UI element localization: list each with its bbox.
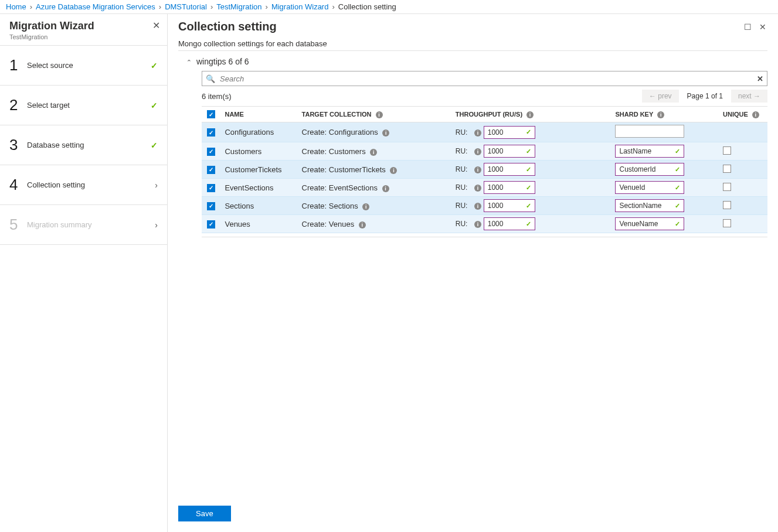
- check-icon: ✓: [151, 101, 158, 110]
- wizard-step-collection-setting[interactable]: 4 Collection setting ›: [0, 165, 167, 205]
- info-icon[interactable]: i: [359, 221, 366, 229]
- throughput-input[interactable]: 1000✓: [484, 217, 535, 230]
- page-title: Collection setting: [178, 20, 277, 33]
- breadcrumb-link[interactable]: Azure Database Migration Services: [36, 2, 155, 11]
- shard-key-input[interactable]: VenueName✓: [615, 217, 684, 230]
- search-icon: 🔍: [206, 74, 215, 83]
- breadcrumb-link[interactable]: Home: [6, 2, 26, 11]
- throughput-input[interactable]: 1000✓: [484, 126, 535, 139]
- info-icon[interactable]: i: [657, 111, 664, 118]
- target-collection: Create: Venues: [302, 220, 355, 229]
- target-collection: Create: Sections: [302, 202, 358, 210]
- throughput-input[interactable]: 1000✓: [484, 163, 535, 176]
- table-row: ✓ EventSections Create: EventSections i …: [202, 179, 767, 197]
- info-icon[interactable]: i: [474, 203, 481, 210]
- clear-search-icon[interactable]: ✕: [757, 74, 763, 83]
- select-all-checkbox[interactable]: ✓: [207, 110, 215, 118]
- breadcrumb-link[interactable]: DMSTutorial: [165, 2, 207, 11]
- table-row: ✓ Sections Create: Sections i RU: i 1000…: [202, 197, 767, 215]
- collection-name: CustomerTickets: [220, 161, 297, 179]
- search-input[interactable]: [219, 74, 753, 84]
- chevron-right-icon: ›: [332, 2, 334, 11]
- info-icon[interactable]: i: [474, 166, 481, 173]
- row-checkbox[interactable]: ✓: [207, 128, 215, 137]
- breadcrumb-link[interactable]: TestMigration: [216, 2, 261, 11]
- wizard-step-select-source[interactable]: 1 Select source ✓: [0, 46, 167, 86]
- throughput-input[interactable]: 1000✓: [484, 199, 535, 212]
- unique-checkbox[interactable]: [723, 183, 731, 191]
- chevron-right-icon: ›: [159, 2, 161, 11]
- sidebar-title: Migration Wizard: [9, 20, 158, 32]
- info-icon[interactable]: i: [390, 167, 397, 174]
- search-box[interactable]: 🔍 ✕: [202, 71, 767, 86]
- breadcrumb-link[interactable]: Migration Wizard: [271, 2, 329, 11]
- row-checkbox[interactable]: ✓: [207, 184, 215, 192]
- chevron-right-icon: ›: [155, 220, 158, 230]
- ru-label: RU:: [456, 128, 468, 137]
- table-row: ✓ Customers Create: Customers i RU: i 10…: [202, 142, 767, 161]
- shard-key-input[interactable]: CustomerId✓: [615, 163, 684, 176]
- collections-table: ✓ NAME TARGET COLLECTION i THROUGHPUT (R…: [202, 106, 767, 233]
- shard-key-input[interactable]: LastName✓: [615, 145, 684, 158]
- unique-checkbox[interactable]: [723, 146, 731, 155]
- step-number: 2: [9, 96, 27, 114]
- chevron-right-icon: ›: [266, 2, 268, 11]
- column-header-target[interactable]: TARGET COLLECTION: [302, 111, 372, 118]
- database-accordion-header[interactable]: ⌄ wingtips 6 of 6: [178, 54, 767, 71]
- row-checkbox[interactable]: ✓: [207, 166, 215, 174]
- info-icon[interactable]: i: [376, 111, 383, 118]
- unique-checkbox[interactable]: [723, 219, 731, 227]
- row-checkbox[interactable]: ✓: [207, 148, 215, 156]
- info-icon[interactable]: i: [752, 111, 759, 118]
- row-checkbox[interactable]: ✓: [207, 202, 215, 210]
- info-icon[interactable]: i: [474, 185, 481, 192]
- chevron-right-icon: ›: [155, 180, 158, 190]
- ru-label: RU:: [456, 220, 468, 228]
- page-subtitle: Mongo collection settings for each datab…: [178, 39, 767, 51]
- step-label: Migration summary: [27, 220, 158, 229]
- step-label: Select source: [27, 61, 158, 70]
- wizard-step-database-setting[interactable]: 3 Database setting ✓: [0, 125, 167, 165]
- column-header-throughput[interactable]: THROUGHPUT (RU/S): [456, 111, 522, 118]
- column-header-name[interactable]: NAME: [220, 107, 297, 122]
- close-icon[interactable]: ✕: [758, 22, 767, 32]
- info-icon[interactable]: i: [370, 149, 377, 156]
- info-icon[interactable]: i: [382, 129, 389, 137]
- table-row: ✓ Venues Create: Venues i RU: i 1000✓ Ve…: [202, 215, 767, 233]
- prev-button[interactable]: ← prev: [642, 90, 679, 103]
- collection-name: EventSections: [220, 179, 297, 197]
- breadcrumb: Home› Azure Database Migration Services›…: [0, 0, 778, 14]
- breadcrumb-current: Collection setting: [338, 2, 396, 11]
- info-icon[interactable]: i: [474, 221, 481, 228]
- shard-key-input[interactable]: VenueId✓: [615, 181, 684, 194]
- throughput-input[interactable]: 1000✓: [484, 181, 535, 194]
- unique-checkbox[interactable]: [723, 165, 731, 173]
- info-icon[interactable]: i: [382, 185, 389, 192]
- shard-key-input[interactable]: [615, 125, 684, 138]
- info-icon[interactable]: i: [526, 111, 534, 118]
- info-icon[interactable]: i: [362, 203, 369, 210]
- throughput-input[interactable]: 1000✓: [484, 145, 535, 158]
- info-icon[interactable]: i: [474, 129, 481, 137]
- wizard-step-select-target[interactable]: 2 Select target ✓: [0, 86, 167, 125]
- column-header-shard[interactable]: SHARD KEY: [615, 111, 653, 118]
- page-info: Page 1 of 1: [679, 90, 731, 103]
- valid-icon: ✓: [526, 202, 531, 210]
- valid-icon: ✓: [675, 148, 680, 155]
- column-header-unique[interactable]: UNIQUE: [723, 111, 748, 118]
- valid-icon: ✓: [526, 184, 531, 192]
- save-button[interactable]: Save: [178, 506, 231, 521]
- row-checkbox[interactable]: ✓: [207, 220, 215, 229]
- valid-icon: ✓: [526, 148, 531, 155]
- info-icon[interactable]: i: [474, 148, 481, 155]
- unique-checkbox[interactable]: [723, 201, 731, 209]
- shard-key-input[interactable]: SectionName✓: [615, 199, 684, 212]
- close-icon[interactable]: ✕: [152, 20, 160, 31]
- maximize-icon[interactable]: ☐: [743, 22, 752, 32]
- valid-icon: ✓: [675, 220, 680, 228]
- next-button[interactable]: next →: [731, 90, 767, 103]
- wizard-step-migration-summary[interactable]: 5 Migration summary ›: [0, 205, 167, 245]
- check-icon: ✓: [151, 61, 158, 70]
- step-label: Select target: [27, 101, 158, 110]
- target-collection: Create: Configurations: [302, 128, 378, 137]
